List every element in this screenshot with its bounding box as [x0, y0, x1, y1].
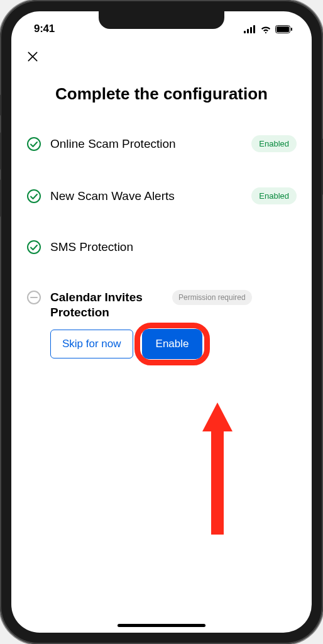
feature-label: SMS Protection: [50, 240, 297, 254]
enable-highlight: Enable: [142, 329, 203, 359]
feature-label: Online Scam Protection: [50, 137, 243, 151]
feature-online-scam: Online Scam Protection Enabled: [26, 135, 297, 152]
svg-rect-2: [250, 27, 252, 33]
status-badge-enabled: Enabled: [251, 187, 297, 204]
battery-icon: [275, 25, 293, 33]
phone-frame: 9:41 Complete the configuration Online S…: [0, 0, 323, 644]
svg-rect-1: [247, 29, 249, 33]
content: Complete the configuration Online Scam P…: [11, 65, 312, 372]
volume-up-button: [0, 132, 1, 170]
status-badge-permission: Permission required: [172, 290, 252, 305]
check-circle-icon: [26, 136, 41, 152]
screen: 9:41 Complete the configuration Online S…: [11, 11, 312, 633]
feature-label: New Scam Wave Alerts: [50, 189, 243, 203]
enable-button[interactable]: Enable: [142, 329, 203, 359]
check-circle-icon: [26, 240, 41, 255]
close-button[interactable]: [11, 39, 312, 65]
status-icons: [244, 25, 293, 33]
close-icon: [26, 50, 39, 63]
page-title: Complete the configuration: [26, 84, 297, 104]
notch: [99, 11, 224, 29]
home-indicator[interactable]: [118, 624, 205, 627]
skip-button[interactable]: Skip for now: [50, 330, 133, 358]
wifi-icon: [260, 25, 271, 33]
feature-calendar: Calendar Invites Protection Permission r…: [26, 290, 297, 320]
svg-point-7: [28, 138, 40, 150]
svg-point-9: [28, 241, 40, 253]
volume-down-button: [0, 179, 1, 217]
feature-sms: SMS Protection: [26, 240, 297, 255]
action-row: Skip for now Enable: [50, 329, 297, 359]
feature-label: Calendar Invites Protection: [50, 290, 163, 320]
svg-rect-3: [253, 25, 255, 33]
signal-icon: [244, 25, 256, 33]
svg-point-8: [28, 190, 40, 203]
status-badge-enabled: Enabled: [251, 135, 297, 152]
svg-rect-5: [276, 26, 289, 32]
feature-scam-alerts: New Scam Wave Alerts Enabled: [26, 187, 297, 204]
svg-rect-6: [291, 28, 292, 31]
status-time: 9:41: [34, 23, 55, 35]
arrow-annotation: [199, 402, 236, 535]
check-circle-icon: [26, 189, 41, 204]
svg-rect-0: [244, 31, 246, 33]
mute-switch: [0, 94, 1, 116]
minus-circle-icon: [26, 290, 41, 305]
